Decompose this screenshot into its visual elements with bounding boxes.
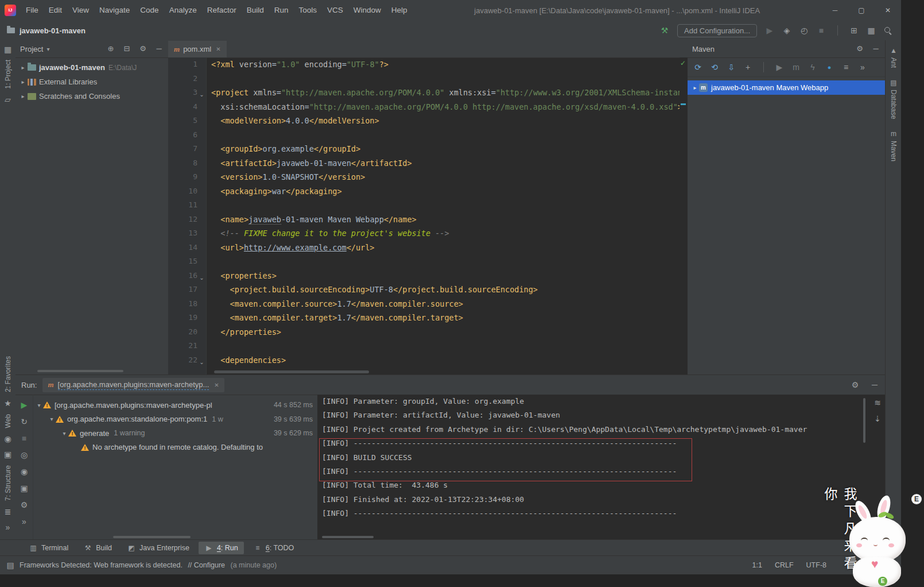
fold-icon[interactable]: ⌄	[197, 356, 206, 370]
menu-refactor[interactable]: Refactor	[202, 0, 242, 21]
more-icon[interactable]: »	[858, 63, 867, 72]
code-line[interactable]: <project xmlns="http://maven.apache.org/…	[211, 88, 680, 102]
menu-navigate[interactable]: Navigate	[94, 0, 135, 21]
run-tree-hscrollbar[interactable]	[113, 536, 191, 538]
project-tree-item[interactable]: ▸javaweb-01-mavenE:\Data\J	[15, 60, 168, 75]
toolwindow-switcher-icon[interactable]: ▤	[6, 561, 15, 570]
maven-project-item[interactable]: ▸ m javaweb-01-maven Maven Webapp	[688, 80, 885, 95]
run-tab[interactable]: m [org.apache.maven.plugins:maven-archet…	[42, 378, 224, 392]
pin-icon[interactable]: ◎	[20, 450, 29, 459]
layers-icon[interactable]: ≣	[3, 507, 13, 516]
profiler-icon[interactable]: ◴	[799, 26, 809, 35]
code-line[interactable]: <name>javaweb-01-maven Maven Webapp</nam…	[211, 215, 680, 229]
chevron-down-icon[interactable]: ▾	[46, 46, 49, 52]
run-tree-item[interactable]: ▾generate1 warning39 s 629 ms	[33, 426, 317, 441]
expand-arrow-icon[interactable]: ▸	[691, 84, 699, 91]
run-tree-item[interactable]: ▾[org.apache.maven.plugins:maven-archety…	[33, 398, 317, 412]
hide-run-panel-icon[interactable]: ─	[870, 380, 879, 389]
code-line[interactable]: <maven.compiler.target>1.7</maven.compil…	[211, 313, 680, 327]
stripe-item-database[interactable]: ▤Database	[889, 78, 898, 119]
run-icon[interactable]: ▶	[204, 543, 213, 553]
close-button[interactable]: ✕	[875, 0, 901, 21]
expand-arrow-icon[interactable]: ▸	[19, 64, 27, 71]
maximize-button[interactable]: ▢	[848, 0, 875, 21]
code-line[interactable]	[211, 257, 680, 271]
maven-goal-icon[interactable]: m	[791, 63, 801, 72]
menu-tools[interactable]: Tools	[294, 0, 323, 21]
menu-code[interactable]: Code	[135, 0, 164, 21]
editor-scrollbar[interactable]: ✓	[680, 57, 688, 374]
project-panel-title[interactable]: Project	[20, 45, 43, 53]
stripe-label-1-project[interactable]: 1: Project	[4, 60, 12, 89]
code-line[interactable]: <url>http://www.example.com</url>	[211, 243, 680, 257]
sync-icon[interactable]: ⟲	[710, 63, 719, 72]
add-icon[interactable]: +	[743, 63, 752, 72]
sliders-icon[interactable]: ≡	[841, 63, 851, 72]
code-line[interactable]: <properties>	[211, 271, 680, 285]
inspections-ok-icon[interactable]: ✓	[680, 59, 686, 67]
toolwindow-tab-build[interactable]: ⚒Build	[77, 542, 118, 554]
code-line[interactable]: <artifactId>javaweb-01-maven</artifactId…	[211, 159, 680, 173]
java-ee-icon[interactable]: ◩	[127, 543, 136, 553]
close-tab-icon[interactable]: ✕	[216, 46, 220, 52]
stripe-label-2-favorites[interactable]: 2: Favorites	[4, 356, 12, 392]
expand-arrow-icon[interactable]: ▾	[35, 402, 43, 408]
stop-icon[interactable]: ■	[817, 26, 826, 35]
camera-icon[interactable]: ▣	[3, 450, 13, 459]
code-line[interactable]: xsi:schemaLocation="http://maven.apache.…	[211, 102, 680, 117]
collapse-all-icon[interactable]: ⊟	[122, 44, 131, 53]
menu-file[interactable]: File	[21, 0, 44, 21]
toolwindow-tab-todo[interactable]: ≡6: TODO	[247, 542, 300, 554]
menu-run[interactable]: Run	[269, 0, 294, 21]
caret-position[interactable]: 1:1	[752, 561, 762, 569]
editor-code[interactable]: <?xml version="1.0" encoding="UTF-8"?><p…	[207, 57, 680, 374]
rerun-failed-icon[interactable]: ↻	[20, 417, 29, 426]
toolwindow-tab-run[interactable]: ▶4: Run	[199, 542, 244, 554]
code-line[interactable]: <dependencies>	[211, 356, 680, 370]
ant-icon[interactable]: ▲	[889, 46, 898, 55]
code-line[interactable]: <!-- FIXME change it to the project's we…	[211, 229, 680, 243]
status-configure-link[interactable]: // Configure	[188, 561, 225, 569]
build-icon[interactable]: ⚒	[83, 543, 92, 553]
expand-arrow-icon[interactable]: ▾	[60, 430, 68, 437]
camera-icon[interactable]: ▣	[20, 484, 29, 493]
menu-analyze[interactable]: Analyze	[164, 0, 202, 21]
more-icon[interactable]: »	[3, 523, 13, 532]
editor-tab-pom-xml[interactable]: m pom.xml ✕	[168, 41, 227, 57]
soft-wrap-icon[interactable]: ≋	[873, 398, 882, 407]
code-line[interactable]	[211, 200, 680, 215]
fold-icon[interactable]: ⌄	[197, 271, 206, 285]
run-icon[interactable]: ▶	[775, 63, 784, 72]
menu-help[interactable]: Help	[386, 0, 413, 21]
panel-settings-icon[interactable]: ⚙	[138, 44, 147, 53]
settings-icon[interactable]: ⚙	[20, 500, 29, 509]
eye-icon[interactable]: ◉	[3, 434, 13, 443]
code-line[interactable]: <packaging>war</packaging>	[211, 187, 680, 201]
code-line[interactable]: <groupId>org.example</groupId>	[211, 144, 680, 159]
run-icon[interactable]: ▶	[765, 26, 774, 35]
download-icon[interactable]: ⇩	[727, 63, 736, 72]
search-icon[interactable]	[884, 26, 893, 35]
menu-edit[interactable]: Edit	[44, 0, 67, 21]
project-tree-item[interactable]: ▸Scratches and Consoles	[15, 89, 168, 103]
line-ending-indicator[interactable]: CRLF	[775, 561, 794, 569]
run-tree-item[interactable]: ▾org.apache.maven:standalone-pom:pom:11 …	[33, 412, 317, 427]
close-run-tab-icon[interactable]: ✕	[214, 382, 219, 388]
star-icon[interactable]: ★	[3, 399, 13, 408]
console-hscrollbar[interactable]	[322, 536, 374, 538]
toolwindow-tab-java-enterprise[interactable]: ◩Java Enterprise	[121, 542, 195, 554]
code-line[interactable]	[211, 130, 680, 145]
todo-icon[interactable]: ≡	[253, 543, 262, 553]
editor-hscrollbar[interactable]	[214, 370, 369, 373]
stripe-item-maven[interactable]: mMaven	[889, 129, 898, 161]
expand-arrow-icon[interactable]: ▸	[19, 93, 27, 99]
project-tree-hscrollbar[interactable]	[37, 370, 123, 372]
hide-maven-panel-icon[interactable]: ─	[871, 44, 880, 53]
skip-tests-icon[interactable]: ϟ	[808, 63, 817, 72]
maven-settings-icon[interactable]: ⚙	[855, 44, 864, 53]
project-tab-icon[interactable]: ▦	[3, 45, 13, 54]
stripe-item-ant[interactable]: ▲Ant	[889, 46, 898, 68]
stop-icon[interactable]: ■	[20, 434, 29, 443]
code-line[interactable]	[211, 74, 680, 88]
hide-panel-icon[interactable]: ─	[154, 44, 164, 53]
